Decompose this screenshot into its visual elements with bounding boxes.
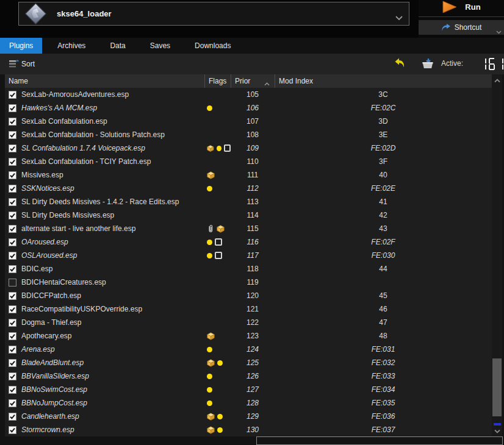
plugin-checkbox-checked[interactable] bbox=[9, 198, 16, 206]
archive-flag-icon bbox=[217, 225, 225, 233]
plugin-row[interactable]: SexLab Confabulation - Solutions Patch.e… bbox=[5, 128, 492, 141]
plugin-row[interactable]: RaceCompatibilityUSKPOverride.esp12146 bbox=[5, 302, 492, 316]
dot-flag-icon bbox=[217, 146, 221, 151]
plugin-row[interactable]: Arena.esp124FE:031 bbox=[5, 343, 492, 356]
plugin-priority: 106 bbox=[231, 104, 275, 112]
plugin-checkbox-checked[interactable] bbox=[9, 212, 16, 219]
plugin-checkbox-checked[interactable] bbox=[9, 104, 16, 112]
plugin-flags-cell bbox=[204, 359, 231, 367]
plugin-row[interactable]: SL Confabulation 1.7.4 Voicepack.esp109F… bbox=[5, 141, 492, 155]
tab-plugins[interactable]: Plugins bbox=[0, 38, 42, 54]
plugin-mod-index: 43 bbox=[275, 224, 492, 233]
plugin-name: BBNoSwimCost.esp bbox=[21, 385, 87, 394]
tab-downloads[interactable]: Downloads bbox=[185, 38, 240, 54]
scrollbar-thumb[interactable] bbox=[492, 358, 502, 416]
create-backup-button[interactable] bbox=[422, 58, 434, 70]
scroll-position-indicator bbox=[494, 423, 501, 425]
plugin-row[interactable]: SexLab Confabulation - TCIY Patch.esp110… bbox=[5, 155, 492, 168]
plugin-checkbox-checked[interactable] bbox=[9, 252, 16, 260]
plugin-row[interactable]: SexLab-AmorousAdventures.esp1053C bbox=[5, 88, 492, 101]
plugin-priority: 114 bbox=[231, 211, 275, 219]
plugin-checkbox-checked[interactable] bbox=[9, 292, 16, 300]
plugin-checkbox-checked[interactable] bbox=[9, 413, 16, 421]
plugin-checkbox-checked[interactable] bbox=[9, 131, 16, 139]
plugin-checkbox-checked[interactable] bbox=[9, 319, 16, 327]
plugin-checkbox-checked[interactable] bbox=[9, 386, 16, 394]
run-button[interactable]: Run bbox=[419, 0, 504, 14]
plugin-checkbox-checked[interactable] bbox=[9, 426, 16, 434]
archive-flag-icon bbox=[207, 144, 214, 152]
plugin-row[interactable]: Hawkes's AA MCM.esp106FE:02C bbox=[5, 101, 492, 115]
plugin-row[interactable]: BDIC.esp11844 bbox=[5, 262, 492, 276]
plugin-row[interactable]: Apothecary.esp12348 bbox=[5, 329, 492, 343]
filter-input[interactable] bbox=[256, 436, 503, 445]
plugin-row[interactable]: Missives.esp11140 bbox=[5, 168, 492, 182]
plugin-name: Stormcrown.esp bbox=[21, 425, 74, 434]
plugin-checkbox-checked[interactable] bbox=[9, 399, 16, 407]
plugin-checkbox-unchecked[interactable] bbox=[9, 279, 16, 287]
plugin-checkbox-checked[interactable] bbox=[9, 305, 16, 313]
plugin-row[interactable]: BBNoJumpCost.esp128FE:035 bbox=[5, 396, 492, 410]
executable-selector[interactable]: skse64_loader bbox=[18, 2, 409, 26]
restore-backup-button[interactable] bbox=[394, 58, 406, 70]
plugin-row[interactable]: BBNoSwimCost.esp127FE:034 bbox=[5, 383, 492, 396]
plugin-checkbox-checked[interactable] bbox=[9, 359, 16, 367]
plugin-checkbox-checked[interactable] bbox=[9, 144, 16, 152]
plugin-row[interactable]: SSKNotices.esp112FE:02E bbox=[5, 182, 492, 195]
tab-saves[interactable]: Saves bbox=[141, 38, 179, 54]
plugin-row[interactable]: Stormcrown.esp130FE:037 bbox=[5, 423, 492, 436]
checkmark-icon bbox=[9, 333, 16, 340]
plugin-name-cell: OAroused.esp bbox=[5, 238, 204, 246]
plugin-checkbox-checked[interactable] bbox=[9, 332, 16, 340]
plugin-checkbox-checked[interactable] bbox=[9, 346, 16, 354]
scroll-up-button[interactable] bbox=[492, 76, 502, 85]
plugin-checkbox-checked[interactable] bbox=[9, 91, 16, 99]
plugin-checkbox-checked[interactable] bbox=[9, 118, 16, 126]
plugin-row[interactable]: BladeAndBlunt.esp125FE:032 bbox=[5, 356, 492, 369]
plugin-checkbox-checked[interactable] bbox=[9, 372, 16, 380]
column-header-name[interactable]: Name bbox=[5, 74, 204, 88]
archive-flag-icon bbox=[207, 359, 215, 367]
plugin-row[interactable]: alternate start - live another life.esp1… bbox=[5, 222, 492, 235]
plugin-checkbox-checked[interactable] bbox=[9, 171, 16, 179]
plugin-row[interactable]: OAroused.esp116FE:02F bbox=[5, 235, 492, 249]
scroll-down-button[interactable] bbox=[492, 426, 502, 436]
tab-archives[interactable]: Archives bbox=[48, 38, 95, 54]
plugin-row[interactable]: Candlehearth.esp129FE:036 bbox=[5, 410, 492, 423]
empty-box-flag-icon bbox=[215, 238, 222, 246]
plugin-name-cell: Apothecary.esp bbox=[5, 332, 204, 340]
column-header-prior[interactable]: Prior bbox=[231, 74, 275, 88]
checkmark-icon bbox=[9, 185, 16, 192]
plugin-row[interactable]: SexLab Confabulation.esp1073D bbox=[5, 115, 492, 128]
sort-button[interactable]: Sort bbox=[9, 57, 35, 71]
plugin-row[interactable]: OSLAroused.esp117FE:030 bbox=[5, 249, 492, 262]
plugin-row[interactable]: BBVanillaSliders.esp126FE:033 bbox=[5, 369, 492, 383]
plugin-flags-cell bbox=[204, 252, 231, 259]
plugin-row[interactable]: BDICCFPatch.esp12045 bbox=[5, 289, 492, 302]
plugins-toolbar: Sort Active: bbox=[0, 54, 504, 74]
plugin-checkbox-checked[interactable] bbox=[9, 238, 16, 246]
vertical-scrollbar[interactable] bbox=[492, 74, 502, 436]
plugin-priority: 117 bbox=[231, 251, 275, 260]
tab-data[interactable]: Data bbox=[101, 38, 134, 54]
plugin-checkbox-checked[interactable] bbox=[9, 158, 16, 166]
checkmark-icon bbox=[9, 252, 16, 259]
plugin-checkbox-checked[interactable] bbox=[9, 265, 16, 273]
executable-name: skse64_loader bbox=[57, 9, 112, 18]
plugin-name: BBNoJumpCost.esp bbox=[21, 399, 87, 407]
plugin-row[interactable]: SL Dirty Deeds Missives - 1.4.2 - Race E… bbox=[5, 195, 492, 208]
plugin-name: Missives.esp bbox=[21, 171, 63, 179]
plugin-name: SL Dirty Deeds Missives - 1.4.2 - Race E… bbox=[21, 198, 179, 206]
plugin-priority: 120 bbox=[231, 291, 275, 300]
shortcut-label: Shortcut bbox=[455, 23, 482, 32]
plugin-row[interactable]: Dogma - Thief.esp12247 bbox=[5, 316, 492, 329]
dot-flag-icon bbox=[207, 240, 212, 245]
dot-flag-icon bbox=[207, 186, 212, 191]
plugin-row[interactable]: SL Dirty Deeds Missives.esp11442 bbox=[5, 208, 492, 222]
plugin-checkbox-checked[interactable] bbox=[9, 225, 16, 233]
column-header-mod-index[interactable]: Mod Index bbox=[275, 74, 492, 88]
plugin-checkbox-checked[interactable] bbox=[9, 185, 16, 193]
shortcut-button[interactable]: Shortcut bbox=[419, 20, 504, 35]
column-header-flags[interactable]: Flags bbox=[204, 74, 231, 88]
plugin-row[interactable]: BDICHentaiCreatures.esp119 bbox=[5, 276, 492, 289]
